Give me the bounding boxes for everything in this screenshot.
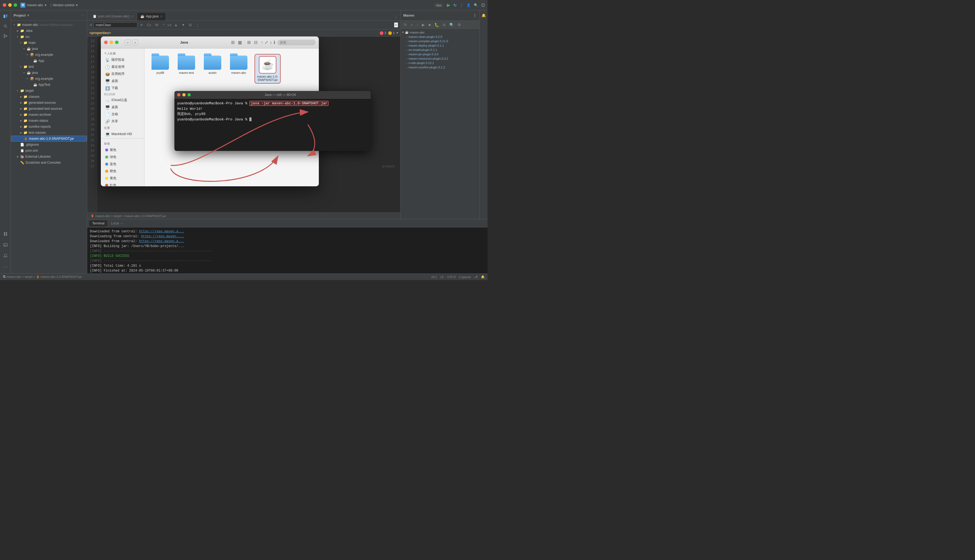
more-left-icon[interactable]: ⋯ xyxy=(1,262,10,271)
tree-gen-src[interactable]: ▶ 📁 generated-sources xyxy=(11,100,87,106)
vcs-icon[interactable] xyxy=(1,31,10,41)
user-icon[interactable]: 👤 xyxy=(466,3,471,7)
tree-java-test[interactable]: ▾ ☕ java xyxy=(11,70,87,76)
maven-surefire-plugin[interactable]: – maven-surefire-plugin:3.1.2 xyxy=(401,65,479,70)
tree-surefire[interactable]: ▶ 📁 surefire-reports xyxy=(11,124,87,130)
maven-refresh-btn[interactable]: ↻ xyxy=(403,22,408,28)
maven-run-btn[interactable]: ▶ xyxy=(421,22,426,28)
version-control[interactable]: Version control ▾ xyxy=(53,3,78,7)
tree-target[interactable]: ▾ 📁 target xyxy=(11,88,87,94)
finder-tag-red[interactable]: 红色 xyxy=(102,182,143,186)
tree-test[interactable]: ▾ 📁 test xyxy=(11,64,87,70)
finder-forward-btn[interactable]: › xyxy=(132,40,138,45)
sidebar-expand-icon[interactable]: ↔ xyxy=(82,14,84,17)
tree-jar-file[interactable]: 🏺 maven-abc-1.0-SNAPSHOT.jar xyxy=(11,136,87,142)
finder-tag-purple[interactable]: 紫色 xyxy=(102,147,143,153)
finder-info-btn[interactable]: ℹ xyxy=(274,40,275,45)
tree-apptest[interactable]: ☕ AppTest xyxy=(11,82,87,88)
tree-idea[interactable]: ▶ 📁 .idea xyxy=(11,28,87,34)
tab-app-close[interactable]: ✕ xyxy=(160,15,162,18)
plugins-icon[interactable] xyxy=(1,229,10,238)
search-regex-btn[interactable]: .* xyxy=(161,22,166,28)
maven-site-plugin[interactable]: – n-site-plugin:3.12.1 xyxy=(401,61,479,65)
search-down-btn[interactable]: ▼ xyxy=(180,22,186,28)
maven-install-plugin[interactable]: – en-install-plugin:3.1.1 xyxy=(401,48,479,52)
tree-gen-test-src[interactable]: ▶ 📁 generated-test-sources xyxy=(11,106,87,112)
search-clear-btn[interactable]: ✕ xyxy=(139,22,144,28)
search-input[interactable] xyxy=(94,22,137,28)
tab-local-close[interactable]: ✕ xyxy=(121,222,123,225)
tab-terminal[interactable]: Terminal xyxy=(89,220,107,226)
finder-grid-view-btn[interactable]: ⊟ xyxy=(253,39,259,45)
finder-folder-ycy88[interactable]: ycy88 xyxy=(150,54,170,76)
search-up-btn[interactable]: ▲ xyxy=(173,22,179,28)
finder-icon-view-btn[interactable]: ⊞ xyxy=(230,39,236,45)
tabs-more-button[interactable]: ⋮ xyxy=(392,14,400,20)
finder-close-btn[interactable] xyxy=(104,41,108,44)
tab-local[interactable]: Local ✕ xyxy=(108,220,125,226)
search-word-btn[interactable]: W xyxy=(154,22,159,28)
find-icon[interactable] xyxy=(1,22,10,31)
finder-min-btn[interactable] xyxy=(110,41,113,44)
finder-item-macintosh[interactable]: 💻 Macintosh HD xyxy=(102,131,143,137)
maven-settings-btn[interactable]: ⚙ xyxy=(456,22,462,28)
tree-root[interactable]: ▾ 📁 maven-abc /Users/YB/bobo-projects/..… xyxy=(11,22,87,28)
maven-resources-plugin[interactable]: – maven-resources-plugin:3.3.1 xyxy=(401,57,479,61)
tree-ext-libs[interactable]: ▶ 📚 External Libraries xyxy=(11,153,87,160)
tree-gitignore[interactable]: 📄 .gitignore xyxy=(11,142,87,148)
finder-folder-maven-test[interactable]: maven-test xyxy=(176,54,197,76)
finder-tag-green[interactable]: 绿色 xyxy=(102,153,143,160)
minimize-button[interactable] xyxy=(8,3,12,7)
finder-tag-orange[interactable]: 橙色 xyxy=(102,168,143,175)
maven-jar-plugin[interactable]: – maven-jar-plugin:3.3.0 xyxy=(401,52,479,57)
finder-item-airdrop[interactable]: 📡 隔空投送 xyxy=(102,57,143,63)
maven-root-item[interactable]: ▾ ☕ maven-abc xyxy=(401,30,479,35)
error-expand-icon[interactable]: ▾ xyxy=(396,31,398,35)
terminal-link-3[interactable]: https://repo.maven.a... xyxy=(139,239,184,243)
search-prev-icon[interactable]: ↺ xyxy=(89,23,92,27)
finder-item-icloud-desktop[interactable]: 🖥️ 桌面 xyxy=(102,104,143,111)
maximize-button[interactable] xyxy=(13,3,17,7)
finder-share-btn[interactable]: ↑ xyxy=(261,40,263,45)
tab-pom-close[interactable]: ✕ xyxy=(131,15,134,18)
terminal-link-2[interactable]: https://repo.maven.... xyxy=(141,235,184,238)
maven-add-btn[interactable]: + xyxy=(409,22,414,28)
maven-clean-plugin[interactable]: – maven-clean-plugin:3.2.0 xyxy=(401,35,479,39)
tree-maven-status[interactable]: ▶ 📁 maven-status xyxy=(11,118,87,124)
tree-java-main[interactable]: ▾ ☕ java xyxy=(11,46,87,52)
fullscreen-icon[interactable]: ⊡ xyxy=(481,2,485,8)
maven-debug-btn[interactable]: 🐛 xyxy=(433,22,440,28)
finder-item-icloud-drive[interactable]: ☁️ iCloud云盘 xyxy=(102,97,143,103)
sidebar-toggle[interactable] xyxy=(1,12,10,21)
finder-item-desktop[interactable]: 🖥️ 桌面 xyxy=(102,78,143,85)
maven-compiler-plugin[interactable]: – maven-compiler-plugin:3.11.0 xyxy=(401,39,479,43)
tab-pom[interactable]: 📋 pom.xml (maven-abc) ✕ xyxy=(89,12,137,20)
finder-sort-btn[interactable]: ⤢ xyxy=(265,40,268,45)
finder-item-documents[interactable]: 📄 文稿 xyxy=(102,111,143,118)
finder-item-downloads[interactable]: ⬇️ 下载 xyxy=(102,85,143,92)
finder-jar-file[interactable]: ☕ maven-abc-1.0-SNAPSHOT.jar xyxy=(254,54,280,83)
search-filter-btn[interactable]: ⊟ xyxy=(188,22,193,28)
more-button[interactable]: ⋮ xyxy=(460,3,463,7)
tree-maven-archiver[interactable]: ▶ 📁 maven-archiver xyxy=(11,112,87,118)
run-button[interactable]: ▶ xyxy=(447,2,450,8)
finder-alt-view-btn[interactable]: ⊞ xyxy=(246,39,252,45)
tab-app[interactable]: ☕ App.java ✕ xyxy=(137,12,166,20)
maven-panel-options[interactable]: ⋮ xyxy=(473,13,477,17)
finder-max-btn[interactable] xyxy=(115,41,119,44)
terminal-max-btn[interactable] xyxy=(187,93,191,97)
search-icon[interactable]: 🔍 xyxy=(474,3,478,7)
finder-search-input[interactable] xyxy=(277,40,316,45)
finder-item-recents[interactable]: 🕐 最近使用 xyxy=(102,63,143,70)
tree-src[interactable]: ▾ 📁 src xyxy=(11,34,87,40)
notifications-icon[interactable] xyxy=(1,251,10,260)
finder-tag-blue[interactable]: 蓝色 xyxy=(102,161,143,168)
finder-list-view-btn[interactable]: ▦ xyxy=(237,39,243,45)
search-case-btn[interactable]: Cc xyxy=(146,22,152,28)
tree-main[interactable]: ▾ 📁 main xyxy=(11,40,87,46)
finder-item-apps[interactable]: 📦 应用程序 xyxy=(102,70,143,77)
maven-find-btn[interactable]: 🔍 xyxy=(448,22,455,28)
tree-org-example-test[interactable]: ▾ 📦 org.example xyxy=(11,76,87,82)
tree-pom[interactable]: 📋 pom.xml xyxy=(11,148,87,153)
tree-classes[interactable]: ▶ 📁 classes xyxy=(11,94,87,100)
